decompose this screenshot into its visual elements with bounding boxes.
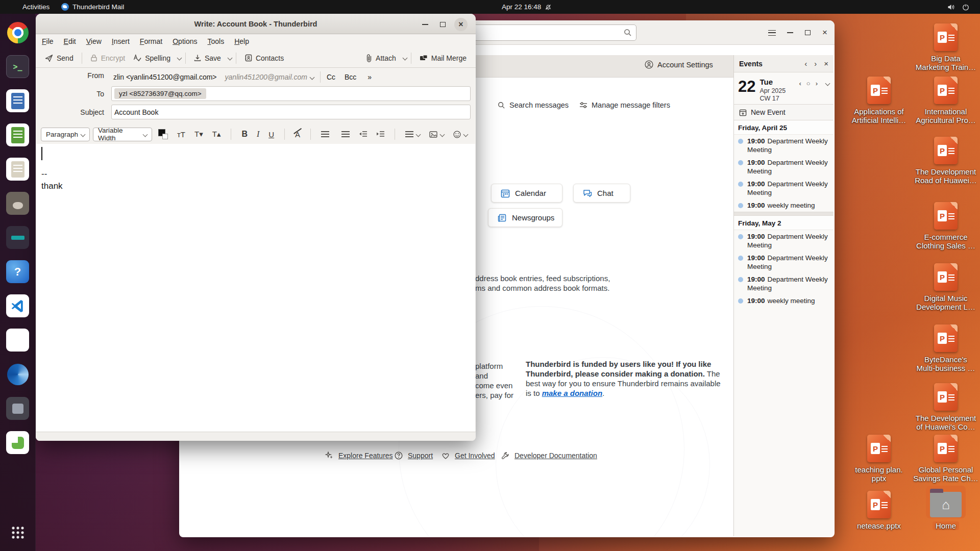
spelling-button[interactable]: Spelling [129,52,175,65]
dock-item-writer[interactable] [6,89,29,112]
event-item[interactable]: 19:00Department Weekly Meeting [734,273,834,294]
menu-tools[interactable]: Tools [203,36,228,47]
menu-edit[interactable]: Edit [60,36,80,47]
desktop-icon-digital-music[interactable]: P Digital MusicDevelopment L… [912,263,979,311]
system-status-area[interactable] [943,0,973,14]
date-today-button[interactable]: ○ [806,80,811,102]
dock-item-help[interactable]: ? [6,260,29,283]
menu-options[interactable]: Options [168,36,201,47]
bcc-button[interactable]: Bcc [345,73,356,81]
insert-image-button[interactable] [426,130,447,139]
menu-insert[interactable]: Insert [108,36,134,47]
contacts-button[interactable]: Contacts [240,52,288,65]
desktop-icon-development-huawei-co[interactable]: P The Developmentof Huawei's Co… [912,383,979,431]
event-item[interactable]: 19:00Department Weekly Meeting [734,178,834,199]
bold-button[interactable]: B [238,129,251,140]
compose-titlebar[interactable]: Write: Account Book - Thunderbird × [36,14,476,34]
alignment-button[interactable] [402,130,423,138]
event-item[interactable]: 19:00weekly meeting [734,294,834,307]
menu-help[interactable]: Help [230,36,253,47]
dock-item-terminal[interactable]: >_ [6,55,29,78]
desktop-icon-ecommerce-clothing[interactable]: P E-commerceClothing Sales … [912,202,979,250]
outdent-button[interactable] [356,130,370,138]
save-button[interactable]: Save [190,52,225,65]
compose-maximize-button[interactable] [436,18,449,31]
clock-button[interactable]: Apr 22 16:48 [498,0,556,14]
dock-item-libreoffice[interactable] [6,226,29,249]
new-event-button[interactable]: New Event [734,104,834,120]
font-select[interactable]: Variable Width [93,128,152,141]
chat-button[interactable]: Chat [573,184,630,203]
dock-item-blue-app[interactable] [6,363,29,386]
event-item[interactable]: 19:00Department Weekly Meeting [734,156,834,178]
events-close-button[interactable]: × [824,59,828,68]
tab-account-settings[interactable]: Account Settings [645,60,713,69]
dock-item-thunderbird[interactable] [6,329,29,352]
desktop-icon-development-road-huawei[interactable]: P The DevelopmentRoad of Huawei… [912,137,979,185]
decrease-font-size-button[interactable]: T▾ [191,129,206,140]
show-applications-button[interactable] [6,521,29,544]
dock-item-virtualbox[interactable] [6,397,29,420]
desktop-icon-big-data[interactable]: P Big DataMarketing Train… [912,23,979,71]
desktop-icon-international-agricultural[interactable]: P InternationalAgricultural Pro… [912,77,979,124]
main-minimize-button[interactable] [782,26,798,40]
date-next-button[interactable]: › [816,80,818,102]
message-body-editor[interactable]: -- thank [36,144,475,432]
compose-minimize-button[interactable] [419,18,432,31]
numbered-list-button[interactable] [335,130,353,138]
more-addressing-button[interactable]: » [368,73,372,81]
cc-button[interactable]: Cc [327,73,335,81]
footer-link-explore-features[interactable]: Explore Features [325,452,393,460]
dock-item-vscode[interactable] [6,294,29,317]
search-messages-button[interactable]: Search messages [498,101,569,109]
events-next-button[interactable]: › [814,59,817,68]
font-size-icon[interactable]: ᴛT [174,129,188,140]
from-dropdown-chevron[interactable] [309,74,314,80]
desktop-icon-netease[interactable]: P netease.pptx [845,491,913,530]
menu-format[interactable]: Format [136,36,166,47]
footer-link-support[interactable]: Support [395,452,433,460]
menu-file[interactable]: File [38,36,58,47]
desktop-icon-home[interactable]: ⌂ Home [912,486,979,530]
from-identity[interactable]: zlin <yanlin451200@gmail.com> [113,73,217,81]
footer-link-developer-documentation[interactable]: Developer Documentation [501,452,597,460]
event-item[interactable]: 19:00weekly meeting [734,199,834,212]
save-dropdown-chevron[interactable] [227,56,232,61]
app-menu-button[interactable] [764,26,779,40]
bullet-list-button[interactable] [318,130,332,138]
activities-button[interactable]: Activities [18,0,54,14]
attach-dropdown-chevron[interactable] [402,56,407,61]
send-button[interactable]: Send [41,52,78,65]
newsgroups-button[interactable]: Newsgroups [488,208,562,227]
dock-item-gimp[interactable] [6,192,29,215]
main-maximize-button[interactable] [800,26,815,40]
recipient-pill[interactable]: yzl <852736397@qq.com> [114,88,206,99]
subject-input[interactable]: Account Book [111,105,471,119]
spelling-dropdown-chevron[interactable] [177,56,182,61]
dock-item-chrome[interactable] [6,21,29,44]
attach-button[interactable]: Attach [362,52,400,65]
calendar-button[interactable]: Calendar [491,184,562,203]
main-close-button[interactable]: × [817,26,832,40]
increase-font-size-button[interactable]: T▴ [209,129,224,140]
chevron-down-icon[interactable] [825,81,830,86]
compose-close-button[interactable]: × [454,18,468,31]
event-item[interactable]: 19:00Department Weekly Meeting [734,252,834,273]
dock-item-calc[interactable] [6,123,29,146]
italic-button[interactable]: I [254,129,262,140]
event-item[interactable]: 19:00Department Weekly Meeting [734,230,834,252]
dock-item-software-store[interactable] [6,431,29,454]
encrypt-button[interactable]: Encrypt [86,52,129,65]
desktop-icon-global-personal-savings[interactable]: P Global PersonalSavings Rate Ch… [912,435,979,483]
manage-message-filters-button[interactable]: Manage message filters [579,101,670,109]
mail-merge-button[interactable]: Mail Merge [415,52,471,65]
remove-formatting-button[interactable]: A [292,129,303,140]
event-item[interactable]: 19:00Department Weekly Meeting [734,135,834,156]
menu-view[interactable]: View [82,36,106,47]
desktop-icon-applications-ai[interactable]: P Applications ofArtificial Intelli… [845,77,913,124]
dock-item-text-editor[interactable] [6,158,29,181]
indent-button[interactable] [373,130,387,138]
underline-button[interactable]: U [265,129,277,140]
insert-smiley-button[interactable] [450,130,471,139]
to-input[interactable]: yzl <852736397@qq.com> [111,86,471,101]
